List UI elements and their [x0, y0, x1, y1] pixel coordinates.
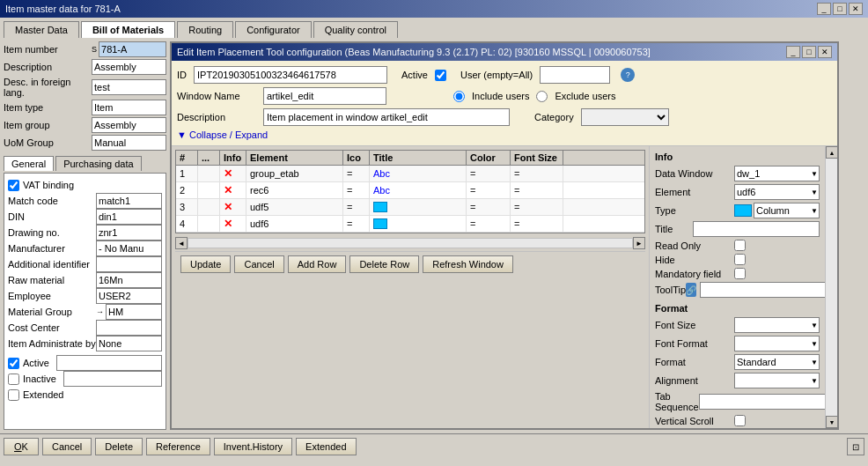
tab-bill-of-materials[interactable]: Bill of Materials — [81, 21, 175, 38]
exclude-users-radio[interactable] — [536, 91, 548, 102]
item-admin-input[interactable] — [96, 336, 162, 351]
active-label: Active — [23, 358, 49, 368]
description-input[interactable] — [92, 59, 166, 75]
resize-button[interactable]: ⊡ — [847, 438, 864, 455]
scroll-track-h[interactable] — [188, 238, 633, 248]
desc-form-input[interactable] — [263, 108, 510, 126]
modal-row3: Description Category — [177, 108, 832, 126]
tooltip-input[interactable] — [700, 282, 825, 298]
id-input[interactable] — [194, 66, 387, 84]
tab-quality-control[interactable]: Quality control — [313, 21, 398, 38]
hide-checkbox[interactable] — [734, 254, 746, 265]
match-code-input[interactable] — [96, 193, 162, 209]
field-desc-foreign: Desc. in foreign lang. — [4, 77, 166, 98]
scroll-up-button[interactable]: ▲ — [826, 146, 838, 159]
tab-configurator[interactable]: Configurator — [235, 21, 312, 38]
modal-vertical-scrollbar: ▲ ▼ — [825, 146, 837, 428]
row3-delete-icon[interactable]: ✕ — [224, 201, 232, 213]
font-format-select[interactable] — [734, 336, 820, 351]
delete-button[interactable]: Delete — [95, 438, 143, 455]
row4-ico: = — [343, 216, 370, 232]
alignment-select[interactable] — [734, 373, 820, 388]
table-row[interactable]: 3 ✕ udf5 = = = — [176, 199, 644, 216]
active-form-checkbox[interactable] — [435, 70, 446, 81]
close-button[interactable]: ✕ — [849, 3, 863, 15]
match-code-row: Match code — [8, 193, 162, 209]
data-grid: # ... Info Element Ico Title Color Font … — [175, 150, 645, 233]
cost-center-input[interactable] — [96, 320, 162, 336]
extended-checkbox[interactable] — [8, 389, 19, 401]
scroll-track-v[interactable] — [826, 159, 837, 416]
din-input[interactable] — [96, 209, 162, 225]
window-name-input[interactable] — [263, 87, 386, 105]
raw-material-input[interactable] — [96, 272, 162, 288]
main-cancel-button[interactable]: Cancel — [42, 438, 92, 455]
extended-row: Extended — [8, 387, 162, 403]
element-select[interactable]: udf6 — [734, 184, 820, 200]
ok-button[interactable]: OK — [4, 438, 39, 455]
sub-tab-purchasing[interactable]: Purchasing data — [55, 156, 142, 171]
desc-foreign-input[interactable] — [92, 79, 166, 95]
item-type-input[interactable] — [92, 100, 166, 115]
sub-tab-general[interactable]: General — [4, 156, 54, 171]
table-row[interactable]: 2 ✕ rec6 = Abc = = — [176, 182, 644, 199]
modal-minimize-button[interactable]: _ — [786, 46, 800, 58]
mandatory-checkbox[interactable] — [734, 268, 746, 279]
read-only-checkbox[interactable] — [734, 240, 746, 251]
type-select[interactable]: Column — [754, 203, 820, 218]
font-size-select[interactable] — [734, 317, 820, 333]
collapse-expand-button[interactable]: ▼ Collapse / Expand — [177, 129, 832, 140]
maximize-button[interactable]: □ — [833, 3, 847, 15]
category-select[interactable] — [581, 108, 669, 126]
add-row-button[interactable]: Add Row — [288, 255, 347, 273]
modal-close-button[interactable]: ✕ — [818, 46, 832, 58]
inactive-value[interactable] — [63, 371, 162, 387]
inactive-checkbox[interactable] — [8, 374, 19, 385]
row2-delete-icon[interactable]: ✕ — [224, 184, 232, 196]
update-button[interactable]: Update — [180, 255, 231, 273]
data-window-row: Data Window dw_1 ▼ — [655, 166, 820, 181]
extended-button[interactable]: Extended — [296, 438, 356, 455]
minimize-button[interactable]: _ — [817, 3, 831, 15]
inactive-label: Inactive — [23, 374, 56, 384]
table-row[interactable]: 1 ✕ group_etab = Abc = = — [176, 166, 644, 182]
main-window-title: Item master data for 781-A — [5, 4, 121, 14]
table-row[interactable]: 4 ✕ udf6 = = = — [176, 216, 644, 233]
item-number-input[interactable] — [99, 41, 166, 57]
scroll-left-button[interactable]: ◄ — [175, 237, 188, 249]
title-prop-input[interactable] — [693, 221, 820, 237]
row2-title-text: Abc — [373, 185, 390, 196]
tab-seq-input[interactable] — [699, 394, 825, 410]
active-checkbox[interactable] — [8, 358, 19, 369]
additional-input[interactable] — [96, 256, 162, 272]
modal-body: # ... Info Element Ico Title Color Font … — [172, 146, 837, 428]
vat-binding-checkbox[interactable] — [8, 180, 19, 191]
drawing-input[interactable] — [96, 225, 162, 240]
material-group-input[interactable] — [106, 304, 162, 320]
tab-master-data[interactable]: Master Data — [4, 21, 79, 38]
tab-routing[interactable]: Routing — [177, 21, 233, 38]
scroll-down-button[interactable]: ▼ — [826, 416, 838, 428]
scroll-right-button[interactable]: ► — [633, 237, 645, 249]
uom-group-input[interactable] — [92, 135, 166, 151]
invent-history-button[interactable]: Invent.History — [214, 438, 292, 455]
reference-button[interactable]: Reference — [146, 438, 210, 455]
item-group-input[interactable] — [92, 117, 166, 133]
row4-delete-icon[interactable]: ✕ — [224, 218, 232, 230]
data-window-select[interactable]: dw_1 — [734, 166, 820, 181]
user-input[interactable] — [540, 66, 610, 84]
manufacturer-input[interactable] — [96, 240, 162, 256]
include-users-radio[interactable] — [453, 91, 465, 102]
active-value[interactable] — [56, 355, 162, 371]
row2-dots — [198, 182, 220, 198]
employee-input[interactable] — [96, 288, 162, 304]
row1-delete-icon[interactable]: ✕ — [224, 167, 232, 180]
delete-row-button[interactable]: Delete Row — [349, 255, 419, 273]
vert-scroll-checkbox[interactable] — [734, 415, 746, 426]
cancel-modal-button[interactable]: Cancel — [234, 255, 283, 273]
refresh-window-button[interactable]: Refresh Window — [423, 255, 513, 273]
modal-maximize-button[interactable]: □ — [802, 46, 816, 58]
vert-scroll-label: Vertical Scroll — [655, 416, 734, 426]
format-select[interactable]: Standard — [734, 354, 820, 370]
row2-fontsize: = — [511, 182, 563, 198]
